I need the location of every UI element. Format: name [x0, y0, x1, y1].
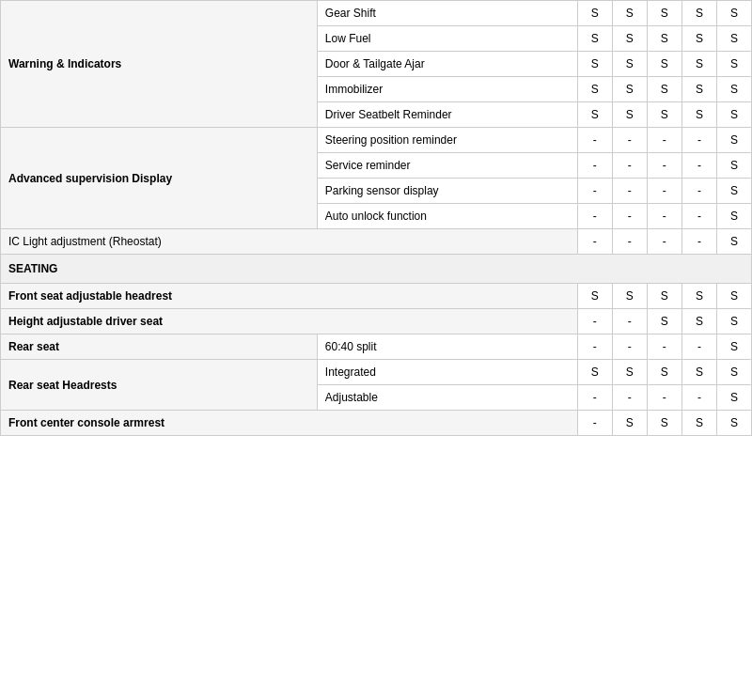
value-cell: -	[647, 229, 682, 255]
value-cell: -	[682, 128, 716, 153]
value-cell: S	[612, 1, 647, 26]
value-cell: S	[612, 52, 647, 77]
value-cell: S	[682, 360, 716, 385]
value-cell: -	[577, 204, 612, 229]
value-cell: -	[577, 179, 612, 204]
category-label: Warning & Indicators	[1, 1, 318, 128]
features-table: Warning & IndicatorsGear ShiftSSSSSLow F…	[0, 0, 752, 436]
value-cell: S	[716, 1, 751, 26]
value-cell: -	[682, 229, 716, 255]
value-cell: S	[577, 26, 612, 52]
category-label: Rear seat	[1, 334, 318, 360]
value-cell: S	[647, 411, 682, 436]
value-cell: -	[577, 385, 612, 411]
feature-label: Integrated	[317, 360, 577, 385]
table-row: Height adjustable driver seat--SSS	[1, 309, 752, 334]
value-cell: S	[612, 360, 647, 385]
value-cell: S	[716, 128, 751, 153]
value-cell: -	[577, 309, 612, 334]
value-cell: S	[682, 411, 716, 436]
value-cell: -	[577, 153, 612, 179]
value-cell: S	[682, 309, 716, 334]
table-row: Warning & IndicatorsGear ShiftSSSSS	[1, 1, 752, 26]
feature-label: Steering position reminder	[317, 128, 577, 153]
table-row: IC Light adjustment (Rheostat)----S	[1, 229, 752, 255]
value-cell: -	[612, 385, 647, 411]
value-cell: S	[682, 284, 716, 309]
value-cell: -	[647, 128, 682, 153]
value-cell: -	[647, 153, 682, 179]
value-cell: -	[682, 153, 716, 179]
value-cell: S	[682, 52, 716, 77]
value-cell: S	[682, 1, 716, 26]
value-cell: -	[682, 334, 716, 360]
value-cell: S	[716, 284, 751, 309]
table-row: Rear seat60:40 split----S	[1, 334, 752, 360]
feature-label: Door & Tailgate Ajar	[317, 52, 577, 77]
value-cell: S	[647, 1, 682, 26]
value-cell: S	[577, 102, 612, 128]
category-label: Height adjustable driver seat	[1, 309, 578, 334]
value-cell: S	[647, 360, 682, 385]
value-cell: S	[716, 385, 751, 411]
value-cell: S	[612, 77, 647, 102]
value-cell: S	[647, 77, 682, 102]
value-cell: -	[647, 385, 682, 411]
feature-label: Parking sensor display	[317, 179, 577, 204]
value-cell: S	[716, 360, 751, 385]
value-cell: S	[647, 309, 682, 334]
value-cell: -	[577, 411, 612, 436]
category-label: Front center console armrest	[1, 411, 578, 436]
value-cell: -	[612, 229, 647, 255]
feature-label: Adjustable	[317, 385, 577, 411]
value-cell: -	[682, 179, 716, 204]
value-cell: -	[612, 128, 647, 153]
value-cell: S	[716, 309, 751, 334]
table-row: SEATING	[1, 255, 752, 284]
category-label: Advanced supervision Display	[1, 128, 318, 229]
value-cell: S	[716, 179, 751, 204]
value-cell: -	[612, 204, 647, 229]
value-cell: -	[577, 128, 612, 153]
value-cell: -	[682, 385, 716, 411]
value-cell: S	[612, 411, 647, 436]
value-cell: S	[716, 52, 751, 77]
value-cell: S	[716, 77, 751, 102]
value-cell: -	[577, 334, 612, 360]
feature-label: Driver Seatbelt Reminder	[317, 102, 577, 128]
value-cell: S	[682, 102, 716, 128]
value-cell: -	[647, 179, 682, 204]
feature-label: Auto unlock function	[317, 204, 577, 229]
value-cell: S	[647, 52, 682, 77]
value-cell: S	[682, 26, 716, 52]
value-cell: S	[716, 26, 751, 52]
feature-label: Service reminder	[317, 153, 577, 179]
value-cell: S	[577, 52, 612, 77]
value-cell: -	[647, 334, 682, 360]
value-cell: S	[716, 102, 751, 128]
feature-label: Immobilizer	[317, 77, 577, 102]
value-cell: -	[647, 204, 682, 229]
table-row: Advanced supervision DisplaySteering pos…	[1, 128, 752, 153]
value-cell: S	[612, 284, 647, 309]
value-cell: -	[612, 153, 647, 179]
value-cell: S	[577, 360, 612, 385]
table-row: Rear seat HeadrestsIntegratedSSSSS	[1, 360, 752, 385]
value-cell: S	[716, 153, 751, 179]
category-label: IC Light adjustment (Rheostat)	[1, 229, 578, 255]
value-cell: S	[647, 26, 682, 52]
feature-label: Low Fuel	[317, 26, 577, 52]
value-cell: S	[647, 102, 682, 128]
value-cell: -	[612, 309, 647, 334]
value-cell: -	[612, 334, 647, 360]
value-cell: S	[716, 204, 751, 229]
section-header: SEATING	[1, 255, 752, 284]
value-cell: S	[577, 77, 612, 102]
table-row: Front center console armrest-SSSS	[1, 411, 752, 436]
value-cell: -	[612, 179, 647, 204]
value-cell: S	[716, 229, 751, 255]
category-label: Front seat adjustable headrest	[1, 284, 578, 309]
feature-label: Gear Shift	[317, 1, 577, 26]
value-cell: S	[647, 284, 682, 309]
table-row: Front seat adjustable headrestSSSSS	[1, 284, 752, 309]
